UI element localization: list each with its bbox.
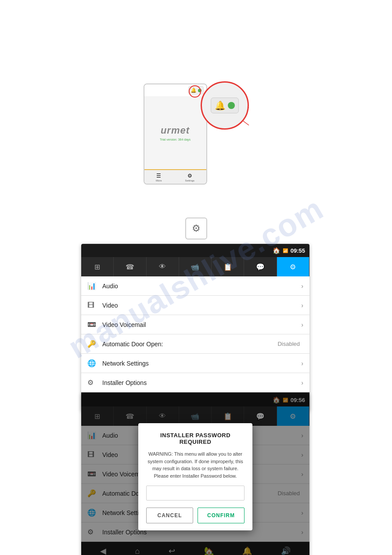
chat-icon-1: 💬 <box>256 263 265 271</box>
voicemail-icon-1: 📼 <box>87 320 98 329</box>
installer-password-dialog: INSTALLER PASSWORD REQUIRED WARNING: Thi… <box>138 423 252 530</box>
settings-icon-1: ⚙ <box>290 263 296 271</box>
magnified-green-dot <box>228 102 235 109</box>
phone-logo-area: urmet Trial version: 364 days <box>155 96 195 169</box>
dialog-message: WARNING: This menu will allow you to alt… <box>146 450 245 479</box>
settings-gear-area: ⚙ <box>185 218 207 239</box>
phone-bottom-settings: ⚙ Settings <box>185 173 194 182</box>
autodoor-label-1: Automatic Door Open: <box>102 341 277 348</box>
installer-label-1: Installer Options <box>102 379 301 386</box>
audio-label-1: Audio <box>102 283 301 290</box>
cancel-button[interactable]: CANCEL <box>146 508 193 523</box>
dialog-buttons: CANCEL CONFIRM <box>146 508 245 523</box>
status-signal-icon-1: 📶 <box>283 248 288 253</box>
tab-intercom-1[interactable]: ☎ <box>114 257 146 276</box>
panel-1-statusbar: 🏠 📶 09:55 <box>81 244 309 257</box>
top-illustration: 🔔 urmet Trial version: 364 days ☰ More ⚙… <box>0 73 392 196</box>
menu-installer-1[interactable]: ⚙ Installer Options › <box>81 373 309 392</box>
phone-bottom-bar: ☰ More ⚙ Settings <box>144 169 206 184</box>
dashboard-icon-1: ⊞ <box>94 263 100 271</box>
phone-red-circle-highlight <box>189 85 201 98</box>
status-home-icon-1: 🏠 <box>273 247 280 254</box>
video-icon-1: 🎞 <box>87 301 98 309</box>
menu-network-1[interactable]: 🌐 Network Settings › <box>81 354 309 373</box>
password-input[interactable] <box>146 486 245 501</box>
dialog-title: INSTALLER PASSWORD REQUIRED <box>146 432 245 445</box>
tab-monitor-1[interactable]: 👁 <box>147 257 179 276</box>
video-arrow-1: › <box>301 302 303 309</box>
voicemail-arrow-1: › <box>301 321 303 328</box>
autodoor-icon-1: 🔑 <box>87 340 98 348</box>
audio-arrow-1: › <box>301 283 303 290</box>
panel-1-tabbar: ⊞ ☎ 👁 📹 📋 💬 ⚙ <box>81 257 309 276</box>
panel-2: 🏠 📶 09:56 ⊞ ☎ 👁 📹 📋 💬 ⚙ 📊 Audio <box>81 393 309 555</box>
list-icon-1: 📋 <box>223 263 232 271</box>
intercom-icon-1: ☎ <box>126 263 134 271</box>
more-icon: ☰ <box>156 173 161 179</box>
monitor-icon-1: 👁 <box>159 263 166 271</box>
dialog-overlay: INSTALLER PASSWORD REQUIRED WARNING: Thi… <box>81 393 309 555</box>
tab-dashboard-1[interactable]: ⊞ <box>81 257 114 276</box>
confirm-button[interactable]: CONFIRM <box>198 508 245 523</box>
phone-bottom-more: ☰ More <box>156 173 162 182</box>
camera-icon-1: 📹 <box>191 263 199 271</box>
panel-1: 🏠 📶 09:55 ⊞ ☎ 👁 📹 📋 💬 ⚙ 📊 Audio <box>81 244 309 411</box>
panel-1-time: 09:55 <box>291 247 305 254</box>
menu-audio-1[interactable]: 📊 Audio › <box>81 276 309 296</box>
tab-chat-1[interactable]: 💬 <box>244 257 277 276</box>
trial-text: Trial version: 364 days <box>160 138 191 141</box>
autodoor-value-1: Disabled <box>277 341 300 347</box>
magnified-icons: 🔔 <box>211 98 239 113</box>
network-label-1: Network Settings <box>102 360 301 367</box>
urmet-logo: urmet <box>161 125 190 136</box>
menu-voicemail-1[interactable]: 📼 Video Voicemail › <box>81 315 309 334</box>
video-label-1: Video <box>102 302 301 309</box>
installer-arrow-1: › <box>301 379 303 386</box>
installer-icon-1: ⚙ <box>87 378 98 387</box>
menu-autodoor-1[interactable]: 🔑 Automatic Door Open: Disabled <box>81 334 309 354</box>
audio-icon-1: 📊 <box>87 282 98 290</box>
phone-mockup: 🔔 urmet Trial version: 364 days ☰ More ⚙… <box>144 83 207 185</box>
voicemail-label-1: Video Voicemail <box>102 321 301 328</box>
panel-1-menu: 📊 Audio › 🎞 Video › 📼 Video Voicemail › … <box>81 276 309 392</box>
settings-bottom-icon: ⚙ <box>187 173 192 179</box>
menu-video-1[interactable]: 🎞 Video › <box>81 296 309 315</box>
tab-settings-1[interactable]: ⚙ <box>277 257 309 276</box>
network-icon-1: 🌐 <box>87 359 98 367</box>
settings-gear-box: ⚙ <box>185 218 207 239</box>
gear-icon: ⚙ <box>192 223 201 234</box>
network-arrow-1: › <box>301 360 303 367</box>
tab-camera-1[interactable]: 📹 <box>179 257 212 276</box>
tab-list-1[interactable]: 📋 <box>212 257 244 276</box>
magnified-bell-icon: 🔔 <box>215 100 226 111</box>
magnified-status-circle: 🔔 <box>201 81 249 130</box>
